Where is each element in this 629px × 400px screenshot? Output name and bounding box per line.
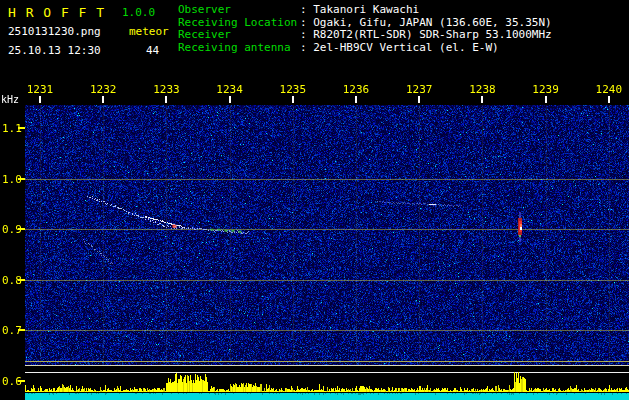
y-tick-mark [18, 380, 25, 382]
hrofft-output-image: H R O F F T 1.0.0 2510131230.png meteor … [0, 0, 629, 400]
x-tick-label: 1232 [87, 83, 119, 96]
axes: kHz 123112321233123412351236123712381239… [0, 0, 629, 400]
x-tick-mark [545, 96, 547, 103]
x-tick-mark [608, 96, 610, 103]
x-tick-label: 1233 [150, 83, 182, 96]
x-tick-label: 1237 [403, 83, 435, 96]
y-axis-unit: kHz [1, 94, 19, 105]
x-tick-label: 1235 [277, 83, 309, 96]
x-tick-mark [102, 96, 104, 103]
y-tick-mark [18, 178, 25, 180]
y-tick-mark [18, 127, 25, 129]
x-tick-mark [418, 96, 420, 103]
x-tick-label: 1236 [340, 83, 372, 96]
x-tick-label: 1240 [593, 83, 625, 96]
x-tick-label: 1231 [24, 83, 56, 96]
y-tick-mark [18, 279, 25, 281]
x-tick-label: 1234 [214, 83, 246, 96]
x-tick-label: 1239 [530, 83, 562, 96]
y-tick-mark [18, 228, 25, 230]
x-tick-mark [39, 96, 41, 103]
x-tick-mark [481, 96, 483, 103]
x-tick-mark [292, 96, 294, 103]
y-tick-mark [18, 329, 25, 331]
x-tick-mark [165, 96, 167, 103]
x-tick-mark [355, 96, 357, 103]
x-tick-label: 1238 [466, 83, 498, 96]
x-tick-mark [229, 96, 231, 103]
